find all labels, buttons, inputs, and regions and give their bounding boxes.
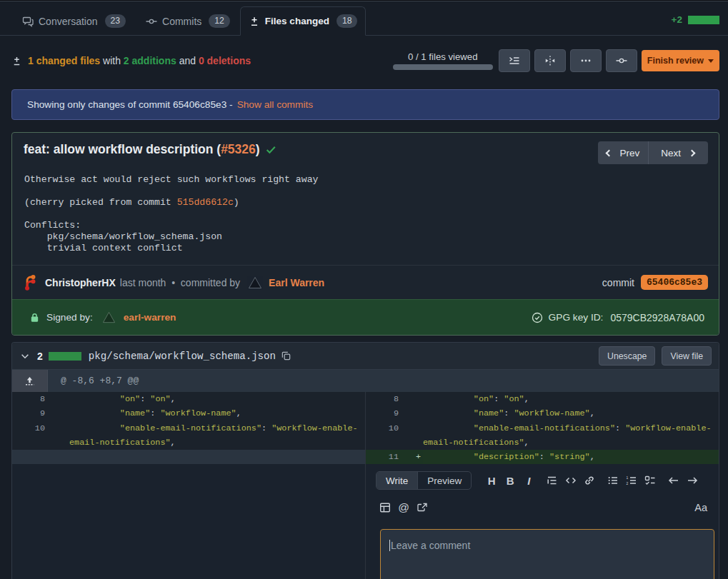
svg-text:2: 2 (627, 481, 629, 485)
svg-text:1: 1 (627, 475, 629, 480)
